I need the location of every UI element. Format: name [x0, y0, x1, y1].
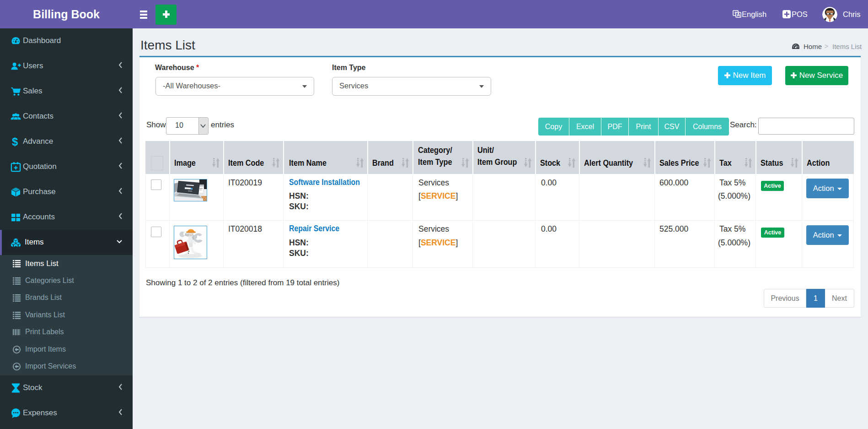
- svg-text:A: A: [737, 12, 740, 17]
